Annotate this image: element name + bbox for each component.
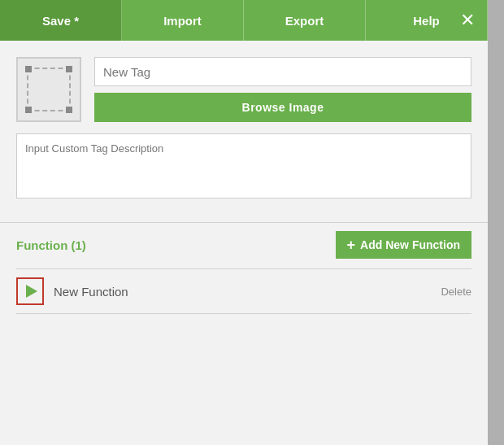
tag-name-input[interactable]: [94, 57, 471, 86]
description-wrapper: [16, 133, 471, 201]
play-triangle-icon: [26, 285, 37, 298]
toolbar: Save * Import Export Help ✕: [0, 0, 488, 41]
add-new-function-button[interactable]: + Add New Function: [336, 231, 471, 259]
export-button[interactable]: Export: [244, 0, 366, 41]
function-section-label: Function (1): [16, 238, 86, 252]
function-section: Function (1) + Add New Function New Func…: [0, 231, 488, 314]
section-divider: [0, 222, 488, 223]
function-name-label: New Function: [54, 285, 441, 299]
function-header: Function (1) + Add New Function: [16, 231, 471, 259]
save-button[interactable]: Save *: [0, 0, 122, 41]
tag-image-inner: [27, 68, 71, 111]
plus-icon: +: [347, 238, 356, 252]
close-button[interactable]: ✕: [447, 0, 488, 41]
corner-tl: [25, 66, 32, 72]
content-area: Browse Image: [0, 41, 488, 222]
tag-right: Browse Image: [94, 57, 471, 122]
tag-header: Browse Image: [16, 57, 471, 122]
function-play-button[interactable]: [16, 277, 44, 305]
add-function-label: Add New Function: [360, 238, 460, 251]
corner-tr: [66, 66, 72, 72]
corner-bl: [25, 107, 32, 113]
corner-br: [66, 107, 72, 113]
main-panel: Save * Import Export Help ✕ Browse Image: [0, 0, 488, 445]
description-textarea[interactable]: [16, 133, 471, 199]
tag-image-box[interactable]: [16, 57, 81, 122]
import-button[interactable]: Import: [122, 0, 244, 41]
browse-image-button[interactable]: Browse Image: [94, 93, 471, 122]
function-item: New Function Delete: [16, 269, 471, 314]
delete-function-button[interactable]: Delete: [441, 286, 471, 298]
right-panel: [488, 0, 504, 445]
